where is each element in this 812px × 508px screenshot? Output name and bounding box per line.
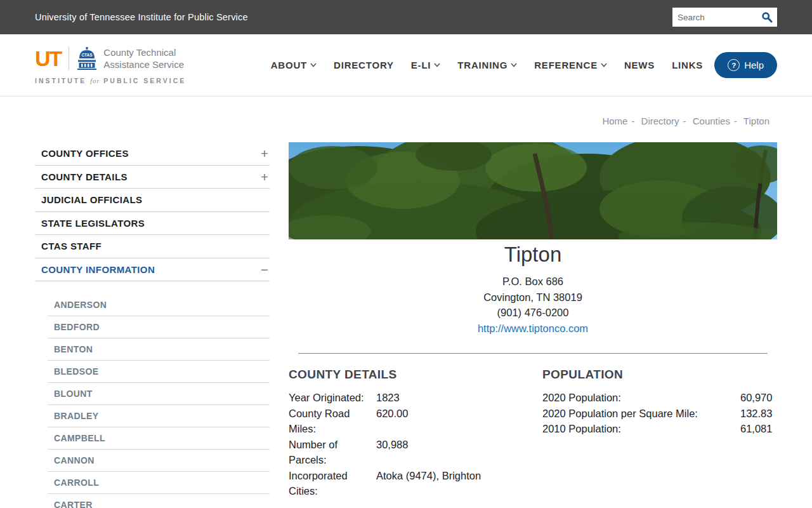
nav-item[interactable]: LINKS <box>672 60 703 70</box>
sidebar-item[interactable]: COUNTY INFORMATION − <box>35 258 270 282</box>
details-grid: COUNTY DETAILS Year Originated: 1823 Cou… <box>289 368 777 499</box>
svg-text:CTAS: CTAS <box>82 53 93 57</box>
expand-collapse-icon[interactable]: + <box>261 170 268 184</box>
logo-divider <box>69 47 69 70</box>
county-details-section: COUNTY DETAILS Year Originated: 1823 Cou… <box>289 368 542 499</box>
nav-item[interactable]: TRAINING <box>457 60 517 70</box>
address-line-2: Covington, TN 38019 <box>289 290 777 305</box>
sidebar-item[interactable]: CTAS STAFF <box>35 235 270 258</box>
sidebar-county-link[interactable]: CANNON <box>48 450 270 472</box>
county-details-heading: COUNTY DETAILS <box>289 368 542 382</box>
help-button[interactable]: ? Help <box>714 52 777 78</box>
question-mark-icon: ? <box>728 59 740 71</box>
breadcrumb-separator: - <box>734 116 737 126</box>
phone-number: (901) 476-0200 <box>289 305 777 321</box>
breadcrumb-link[interactable]: Home <box>602 116 627 126</box>
sidebar: COUNTY OFFICES + COUNTY DETAILS + JUDICI… <box>35 142 270 508</box>
search-icon <box>761 11 773 23</box>
population-table: 2020 Population: 60,970 2020 Population … <box>542 390 777 437</box>
sidebar-item[interactable]: JUDICIAL OFFICIALS <box>35 189 270 212</box>
table-row: 2020 Population per Square Mile: 132.83 <box>542 406 777 422</box>
county-website-link[interactable]: http://www.tiptonco.com <box>478 323 588 334</box>
table-row: 2010 Population: 61,081 <box>542 421 777 437</box>
ut-logo: UT <box>35 48 61 69</box>
main-panel: Tipton P.O. Box 686 Covington, TN 38019 … <box>289 142 777 499</box>
sidebar-county-link[interactable]: BLOUNT <box>48 383 270 405</box>
sidebar-county-link[interactable]: CAMPBELL <box>48 427 270 450</box>
chevron-down-icon <box>434 63 440 67</box>
institute-home-link[interactable]: University of Tennessee Institute for Pu… <box>35 12 248 22</box>
org-name: County Technical Assistance Service <box>103 46 184 71</box>
address-line-1: P.O. Box 686 <box>289 274 777 290</box>
table-row: 2020 Population: 60,970 <box>542 390 777 406</box>
nav-item[interactable]: ABOUT <box>271 60 317 70</box>
expand-collapse-icon[interactable]: + <box>261 147 268 160</box>
table-row: Number of Parcels: 30,988 <box>289 437 542 468</box>
table-row: Year Originated: 1823 <box>289 390 542 406</box>
page: University of Tennessee Institute for Pu… <box>0 0 812 508</box>
search-button[interactable] <box>757 8 777 27</box>
sidebar-item[interactable]: COUNTY OFFICES + <box>35 142 270 166</box>
population-section: POPULATION 2020 Population: 60,970 2020 … <box>542 368 777 499</box>
sidebar-county-link[interactable]: BLEDSOE <box>48 361 270 383</box>
population-heading: POPULATION <box>542 368 777 382</box>
sidebar-sections: COUNTY OFFICES + COUNTY DETAILS + JUDICI… <box>35 142 270 281</box>
expand-collapse-icon[interactable]: − <box>261 263 268 276</box>
nav-item[interactable]: DIRECTORY <box>334 60 394 70</box>
county-list: ANDERSON BEDFORD BENTON BLEDSOE BLOUNT B… <box>48 294 270 508</box>
content: COUNTY OFFICES + COUNTY DETAILS + JUDICI… <box>0 142 812 508</box>
main-nav: ABOUT DIRECTORY E-LI <box>271 60 703 70</box>
chevron-down-icon <box>511 63 517 67</box>
sidebar-item[interactable]: COUNTY DETAILS + <box>35 166 270 189</box>
search-input[interactable] <box>672 13 757 22</box>
sidebar-county-link[interactable]: CARROLL <box>48 472 270 494</box>
sidebar-county-link[interactable]: ANDERSON <box>48 294 270 316</box>
institute-tagline: INSTITUTE for PUBLIC SERVICE <box>35 77 186 84</box>
nav-item[interactable]: NEWS <box>624 60 655 70</box>
section-divider <box>298 353 768 354</box>
top-utility-bar: University of Tennessee Institute for Pu… <box>0 0 812 34</box>
sidebar-item[interactable]: STATE LEGISLATORS <box>35 212 270 236</box>
sidebar-county-link[interactable]: BRADLEY <box>48 405 270 427</box>
page-title: Tipton <box>289 243 777 267</box>
search-box <box>672 8 777 27</box>
breadcrumb: Home- Directory- Counties- Tipton <box>35 116 777 128</box>
county-photo <box>289 142 777 239</box>
nav-item[interactable]: E-LI <box>411 60 441 70</box>
breadcrumb-separator: - <box>631 116 634 126</box>
breadcrumb-link[interactable]: Directory <box>641 116 679 126</box>
breadcrumb-link[interactable]: Tipton <box>743 116 769 126</box>
sidebar-county-link[interactable]: BEDFORD <box>48 316 270 338</box>
chevron-down-icon <box>601 63 607 67</box>
chevron-down-icon <box>310 63 317 67</box>
breadcrumb-separator: - <box>683 116 686 126</box>
nav-item[interactable]: REFERENCE <box>534 60 607 70</box>
site-header: UT CTAS County Technical Assistance <box>0 34 812 97</box>
sidebar-county-link[interactable]: BENTON <box>48 338 270 361</box>
county-details-table: Year Originated: 1823 County Road Miles:… <box>289 390 542 499</box>
site-logo[interactable]: UT CTAS County Technical Assistance <box>35 46 186 84</box>
sidebar-county-link[interactable]: CARTER <box>48 494 270 508</box>
breadcrumb-link[interactable]: Counties <box>693 116 730 126</box>
county-contact: P.O. Box 686 Covington, TN 38019 (901) 4… <box>289 274 777 336</box>
table-row: County Road Miles: 620.00 <box>289 406 542 437</box>
ctas-capitol-icon: CTAS <box>77 47 97 70</box>
table-row: Incorporated Cities: Atoka (9474), Brigh… <box>289 468 542 499</box>
